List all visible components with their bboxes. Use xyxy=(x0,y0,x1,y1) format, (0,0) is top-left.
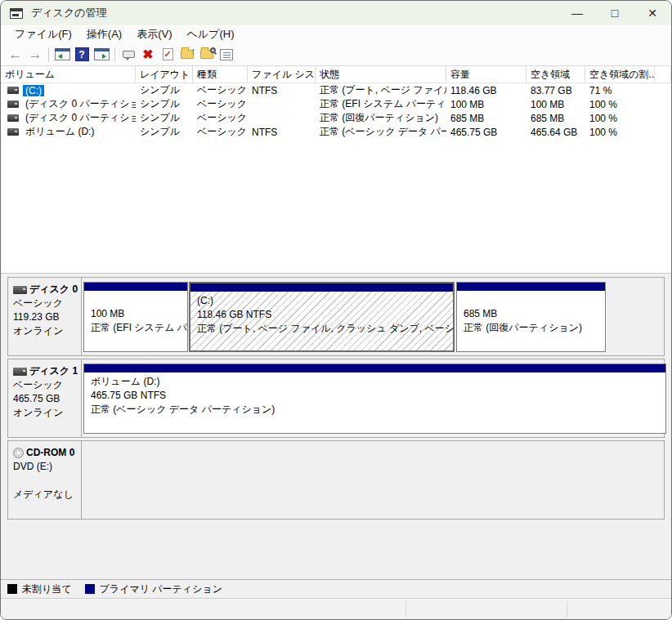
show-console-tree-icon[interactable] xyxy=(52,46,72,64)
table-row[interactable]: ボリューム (D:) シンプル ベーシック NTFS 正常 (ベーシック データ… xyxy=(1,125,671,139)
toolbar-separator xyxy=(114,47,115,62)
partition-size: 465.75 GB NTFS xyxy=(91,389,665,403)
disk0-label-panel[interactable]: ディスク 0 ベーシック 119.23 GB オンライン xyxy=(8,278,82,355)
partition-size: 685 MB xyxy=(464,307,605,321)
unallocated-swatch xyxy=(7,584,17,594)
statusbar-divider xyxy=(567,601,567,617)
volume-name: (ディスク 0 パーティション 1) xyxy=(23,97,136,111)
partition-block-d[interactable]: ボリューム (D:) 465.75 GB NTFS 正常 (ベーシック データ … xyxy=(83,364,666,434)
table-row[interactable]: (C:) シンプル ベーシック NTFS 正常 (ブート, ページ ファイル, … xyxy=(1,83,671,97)
partition-status: 正常 (ブート, ページ ファイル, クラッシュ ダンプ, ベーシック データ … xyxy=(197,322,453,336)
column-header-layout[interactable]: レイアウト xyxy=(136,66,193,83)
cell-type: ベーシック xyxy=(193,97,248,111)
menu-action[interactable]: 操作(A) xyxy=(79,25,129,43)
disk-name: ディスク 0 xyxy=(29,283,78,297)
partition-block-c[interactable]: (C:) 118.46 GB NTFS 正常 (ブート, ページ ファイル, ク… xyxy=(189,282,455,352)
disk-name: ディスク 1 xyxy=(29,364,78,378)
partition-block-recovery[interactable]: 685 MB 正常 (回復パーティション) xyxy=(456,282,606,352)
maximize-button[interactable]: □ xyxy=(596,1,634,25)
cell-free: 100 MB xyxy=(526,99,585,110)
partition-header-bar xyxy=(457,283,605,291)
disk0-graph: 100 MB 正常 (EFI システム パーテ (C:) 118.46 GB N… xyxy=(82,278,664,355)
partition-status: 正常 (ベーシック データ パーティション) xyxy=(91,403,665,417)
table-row[interactable]: (ディスク 0 パーティション 4) シンプル ベーシック 正常 (回復パーティ… xyxy=(1,111,671,125)
column-header-filesystem[interactable]: ファイル システム xyxy=(248,66,316,83)
cell-layout: シンプル xyxy=(136,125,193,139)
toolbar: ← → ? ✖ ✓ ↑ xyxy=(1,43,671,66)
volume-list: ボリューム レイアウト 種類 ファイル システム 状態 容量 空き領域 空き領域… xyxy=(1,66,671,273)
cell-capacity: 465.75 GB xyxy=(446,127,526,138)
cdrom-media-status: メディアなし xyxy=(13,488,78,502)
partition-name: ボリューム (D:) xyxy=(91,375,665,389)
disk-status: オンライン xyxy=(13,406,78,420)
close-button[interactable]: ✕ xyxy=(634,1,671,25)
cell-type: ベーシック xyxy=(193,111,248,125)
volume-name: (C:) xyxy=(23,85,44,96)
forward-icon[interactable]: → xyxy=(25,46,45,64)
cdrom-row: CD-ROM 0 DVD (E:) メディアなし xyxy=(7,440,665,520)
menu-help[interactable]: ヘルプ(H) xyxy=(180,25,242,43)
show-action-pane-icon[interactable] xyxy=(92,46,111,64)
partition-name xyxy=(464,293,605,307)
cell-filesystem: NTFS xyxy=(248,127,316,138)
disk-kind: ベーシック xyxy=(13,378,78,392)
cell-type: ベーシック xyxy=(193,83,248,97)
column-header-type[interactable]: 種類 xyxy=(193,66,248,83)
cd-icon xyxy=(13,448,24,458)
unallocated-label: 未割り当て xyxy=(22,582,72,596)
cell-capacity: 685 MB xyxy=(446,113,526,124)
cell-free-percent: 71 % xyxy=(585,85,655,96)
partition-name: (C:) xyxy=(197,294,453,308)
disk-status: オンライン xyxy=(13,324,78,338)
volume-list-header: ボリューム レイアウト 種類 ファイル システム 状態 容量 空き領域 空き領域… xyxy=(1,66,671,83)
cell-filesystem: NTFS xyxy=(248,85,316,96)
cell-free: 83.77 GB xyxy=(526,85,585,96)
disk-icon xyxy=(13,368,27,376)
open-folder-icon[interactable]: ↑ xyxy=(177,46,197,64)
column-header-capacity[interactable]: 容量 xyxy=(446,66,526,83)
cell-layout: シンプル xyxy=(136,97,193,111)
disk1-row: ディスク 1 ベーシック 465.75 GB オンライン ボリューム (D:) … xyxy=(7,359,665,438)
explore-folder-icon[interactable] xyxy=(197,46,217,64)
column-header-free-space[interactable]: 空き領域 xyxy=(526,66,585,83)
callout-icon[interactable] xyxy=(119,46,138,64)
column-header-free-percent[interactable]: 空き領域の割... xyxy=(585,66,655,83)
volume-name: ボリューム (D:) xyxy=(23,125,96,139)
partition-name xyxy=(91,293,187,307)
partition-block-efi[interactable]: 100 MB 正常 (EFI システム パーテ xyxy=(83,282,188,352)
disk1-label-panel[interactable]: ディスク 1 ベーシック 465.75 GB オンライン xyxy=(8,359,82,437)
help-icon[interactable]: ? xyxy=(72,46,92,64)
partition-size: 118.46 GB NTFS xyxy=(197,308,453,322)
disk1-graph: ボリューム (D:) 465.75 GB NTFS 正常 (ベーシック データ … xyxy=(82,359,664,437)
window-controls: — □ ✕ xyxy=(558,1,671,25)
menu-view[interactable]: 表示(V) xyxy=(129,25,179,43)
cell-free-percent: 100 % xyxy=(585,127,655,138)
minimize-button[interactable]: — xyxy=(558,1,596,25)
cell-capacity: 100 MB xyxy=(446,99,526,110)
menu-file[interactable]: ファイル(F) xyxy=(7,25,79,43)
cdrom-label-panel[interactable]: CD-ROM 0 DVD (E:) メディアなし xyxy=(8,441,82,519)
table-row[interactable]: (ディスク 0 パーティション 1) シンプル ベーシック 正常 (EFI シス… xyxy=(1,97,671,111)
mark-active-icon[interactable]: ✓ xyxy=(158,46,177,64)
toolbar-separator xyxy=(48,47,49,62)
window-title: ディスクの管理 xyxy=(31,6,107,20)
primary-partition-label: プライマリ パーティション xyxy=(100,582,222,596)
disk-management-window: ディスクの管理 — □ ✕ ファイル(F) 操作(A) 表示(V) ヘルプ(H)… xyxy=(0,0,672,620)
delete-volume-icon[interactable]: ✖ xyxy=(138,46,158,64)
partition-status: 正常 (回復パーティション) xyxy=(464,321,605,335)
column-header-status[interactable]: 状態 xyxy=(316,66,446,83)
cell-status: 正常 (ブート, ページ ファイル, ... xyxy=(316,83,446,97)
back-icon[interactable]: ← xyxy=(6,46,25,64)
properties-icon[interactable] xyxy=(217,46,236,64)
disk-size: 465.75 GB xyxy=(13,392,78,406)
menu-bar: ファイル(F) 操作(A) 表示(V) ヘルプ(H) xyxy=(1,25,671,43)
column-header-volume[interactable]: ボリューム xyxy=(1,66,136,83)
disk0-row: ディスク 0 ベーシック 119.23 GB オンライン 100 MB 正常 (… xyxy=(7,277,665,356)
disk-size: 119.23 GB xyxy=(13,310,78,324)
drive-icon xyxy=(7,100,19,108)
cell-free-percent: 100 % xyxy=(585,99,655,110)
primary-partition-swatch xyxy=(85,584,95,594)
title-bar: ディスクの管理 — □ ✕ xyxy=(1,1,671,25)
volume-name: (ディスク 0 パーティション 4) xyxy=(23,111,136,125)
cell-free: 465.64 GB xyxy=(526,127,585,138)
